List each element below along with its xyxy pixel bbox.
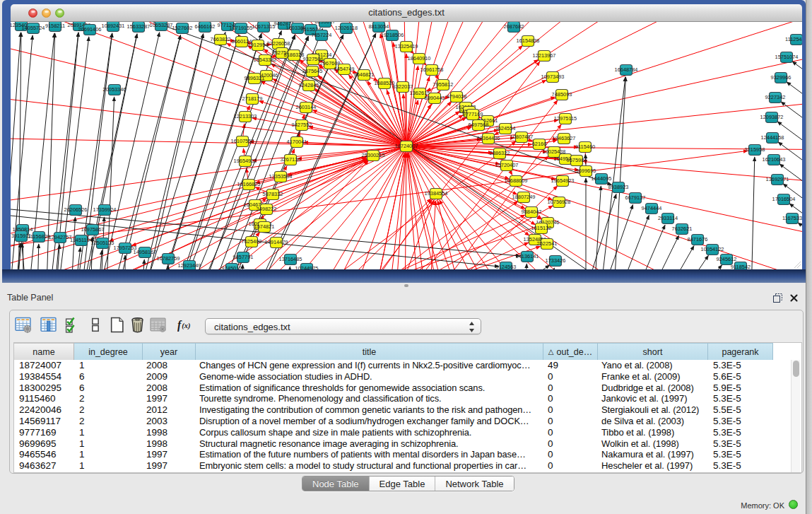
table-cell-pagerank[interactable]: 5.3E-5 [713,393,772,404]
table-cell-out_de[interactable]: 0 [548,382,596,394]
table-select-dropdown[interactable]: citations_edges.txt [205,318,481,334]
table-row[interactable]: 1830029562008Estimation of significance … [14,382,801,394]
table-cell-title[interactable]: Investigating the contribution of common… [199,404,542,416]
table-cell-out_de[interactable]: 0 [548,416,596,427]
table-cell-year[interactable]: 1997 [146,449,194,460]
table-cell-name[interactable]: 22420046 [19,404,73,416]
table-cell-year[interactable]: 1998 [146,438,194,450]
select-columns-icon[interactable] [64,317,81,333]
table-cell-out_de[interactable]: 0 [548,438,596,450]
table-cell-out_de[interactable]: 0 [548,449,596,460]
create-column-icon[interactable] [109,317,125,333]
table-cell-name[interactable]: 18300295 [19,382,73,394]
table-cell-title[interactable]: Estimation of the future numbers of pati… [199,449,542,460]
function-builder-icon[interactable]: f(x) [177,317,194,333]
table-cell-out_de[interactable]: 0 [548,393,596,404]
table-cell-title[interactable]: Corpus callosum shape and size in male p… [199,427,542,438]
table-cell-in_degree[interactable]: 1 [79,427,141,438]
table-row[interactable]: 977716911998Corpus callosum shape and si… [14,427,801,438]
float-window-icon[interactable] [773,293,782,303]
table-cell-name[interactable]: 19384554 [19,371,73,382]
table-cell-name[interactable]: 14569117 [19,416,73,427]
table-cell-name[interactable]: 18724007 [19,360,73,371]
table-cell-pagerank[interactable]: 5.3E-5 [713,449,772,460]
row-options-icon[interactable] [88,317,104,333]
table-cell-out_de[interactable]: 0 [548,371,596,382]
table-cell-in_degree[interactable]: 1 [79,460,141,472]
table-cell-year[interactable]: 2012 [146,404,194,416]
split-divider[interactable]: ▲ [0,283,806,288]
table-cell-in_degree[interactable]: 2 [79,416,141,427]
column-header-year[interactable]: year [143,343,196,360]
table-cell-short[interactable]: de Silva et al. (2003) [601,416,707,427]
table-row[interactable]: 2242004622012Investigating the contribut… [14,404,801,416]
table-cell-short[interactable]: Hescheler et al. (1997) [601,460,707,472]
table-cell-name[interactable]: 9463627 [19,460,73,472]
network-window-titlebar[interactable]: citations_edges.txt [11,4,802,22]
table-cell-year[interactable]: 2009 [146,371,194,382]
table-cell-title[interactable]: Genome-wide association studies in ADHD. [199,371,542,382]
table-cell-year[interactable]: 2003 [146,416,194,427]
table-cell-short[interactable]: Nakamura et al. (1997) [601,449,707,460]
tab-network-table[interactable]: Network Table [435,477,513,491]
table-cell-in_degree[interactable]: 6 [79,382,141,394]
table-cell-pagerank[interactable]: 5.6E-5 [713,371,772,382]
table-cell-out_de[interactable]: 0 [548,460,596,472]
column-header-out_de[interactable]: △out_de… [543,343,598,360]
table-row[interactable]: 1456911722003Disruption of a novel membe… [14,416,801,427]
table-cell-short[interactable]: Wolkin et al. (1998) [601,438,707,450]
table-row[interactable]: 1872400712008Changes of HCN gene express… [14,360,801,371]
table-cell-short[interactable]: Dudbridge et al. (2008) [601,382,707,394]
table-cell-name[interactable]: 9115460 [19,393,73,404]
table-cell-title[interactable]: Tourette syndrome. Phenomenology and cla… [199,393,542,404]
table-cell-in_degree[interactable]: 2 [79,404,141,416]
tab-edge-table[interactable]: Edge Table [370,477,436,491]
delete-table-icon[interactable] [150,317,166,333]
table-cell-title[interactable]: Disruption of a novel member of a sodium… [199,416,542,427]
table-cell-year[interactable]: 2008 [146,382,194,394]
network-canvas[interactable] [11,22,802,269]
table-cell-in_degree[interactable]: 2 [79,393,141,404]
table-cell-pagerank[interactable]: 5.9E-5 [713,382,772,394]
table-cell-short[interactable]: Jankovic et al. (1997) [601,393,707,404]
table-cell-pagerank[interactable]: 5.3E-5 [713,438,772,450]
show-columns-icon[interactable] [40,317,57,333]
table-cell-in_degree[interactable]: 1 [79,449,141,460]
table-cell-name[interactable]: 9699695 [19,438,73,450]
table-cell-title[interactable]: Structural magnetic resonance image aver… [199,438,542,450]
table-cell-short[interactable]: Stergiakouli et al. (2012) [601,404,707,416]
table-cell-title[interactable]: Estimation of significance thresholds fo… [199,382,542,394]
table-cell-title[interactable]: Changes of HCN gene expression and I(f) … [199,360,542,371]
column-header-in_degree[interactable]: in_degree [74,343,143,360]
table-cell-name[interactable]: 9777169 [19,427,73,438]
table-cell-year[interactable]: 1997 [146,460,194,472]
column-header-title[interactable]: title [196,343,543,360]
table-row[interactable]: 1938455462009Genome-wide association stu… [14,371,801,382]
column-header-pagerank[interactable]: pagerank [708,343,773,360]
table-cell-year[interactable]: 2008 [146,360,194,371]
table-cell-year[interactable]: 1997 [146,393,194,404]
table-cell-pagerank[interactable]: 5.3E-5 [713,360,772,371]
table-mode-icon[interactable] [15,317,31,333]
table-row[interactable]: 969969511998Structural magnetic resonanc… [14,438,801,450]
table-cell-out_de[interactable]: 0 [548,404,596,416]
table-cell-name[interactable]: 9465546 [19,449,73,460]
divider-handle[interactable]: ▲ [404,284,408,287]
table-cell-pagerank[interactable]: 5.3E-5 [713,416,772,427]
table-cell-in_degree[interactable]: 1 [79,438,141,450]
table-row[interactable]: 911546021997Tourette syndrome. Phenomeno… [14,393,801,404]
table-cell-year[interactable]: 1998 [146,427,194,438]
table-row[interactable]: 946554611997Estimation of the future num… [14,449,801,460]
table-cell-out_de[interactable]: 0 [548,427,596,438]
table-cell-pagerank[interactable]: 5.3E-5 [713,460,772,472]
resize-grip-icon[interactable] [792,259,801,269]
table-cell-short[interactable]: Franke et al. (2009) [601,371,707,382]
table-cell-pagerank[interactable]: 5.5E-5 [713,404,772,416]
tab-node-table[interactable]: Node Table [302,477,370,491]
table-row[interactable]: 946362711997Embryonic stem cells: a mode… [14,460,801,472]
column-header-name[interactable]: name [14,343,74,360]
table-scrollbar-thumb[interactable] [793,361,799,377]
column-header-short[interactable]: short [598,343,708,360]
table-scrollbar[interactable] [791,360,800,473]
table-cell-short[interactable]: Tibbo et al. (1998) [601,427,707,438]
